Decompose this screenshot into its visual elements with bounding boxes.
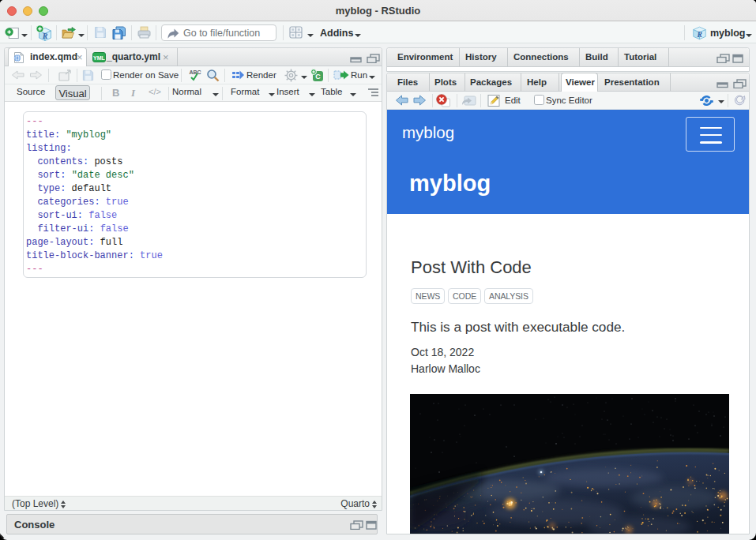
svg-text:YML: YML xyxy=(93,55,106,61)
svg-text:R: R xyxy=(697,31,702,39)
svg-text:C: C xyxy=(315,73,321,81)
svg-text:R: R xyxy=(42,32,48,40)
svg-text:ABC: ABC xyxy=(189,69,201,75)
